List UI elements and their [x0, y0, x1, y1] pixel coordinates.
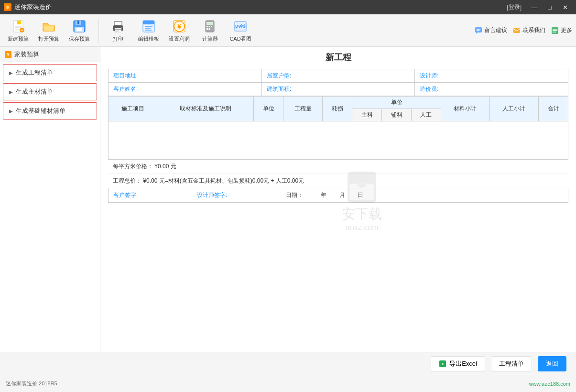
sidebar-item-project-list[interactable]: ▶ 生成工程清单: [3, 64, 97, 81]
svg-rect-21: [143, 21, 154, 24]
login-button[interactable]: [登录]: [507, 3, 522, 11]
sidebar-header: ¥ 家装预算: [0, 47, 100, 62]
designer-sig-cell: 设计师签字:: [197, 191, 267, 199]
svg-rect-17: [115, 29, 121, 30]
save-budget-label: 保存预算: [69, 35, 90, 43]
footer-action-bar: X 导出Excel 工程清单 返回: [0, 352, 576, 375]
sidebar-item-label: 生成工程清单: [16, 68, 53, 77]
contact-icon: [513, 27, 521, 34]
back-button[interactable]: 返回: [538, 356, 566, 371]
date-label: 日期：: [286, 192, 303, 198]
website: www.aec188.com: [529, 381, 570, 387]
col-quantity: 工程量: [283, 97, 323, 121]
cad-button[interactable]: DWG CAD看图: [226, 17, 255, 44]
template-label: 编辑模板: [138, 35, 159, 43]
cad-label: CAD看图: [229, 35, 251, 43]
svg-text:迷: 迷: [6, 6, 10, 9]
col-total: 合计: [539, 97, 568, 121]
col-material-subtotal: 材料小计: [441, 97, 489, 121]
svg-text:¥: ¥: [7, 52, 9, 57]
project-title: 新工程: [108, 52, 568, 63]
toolbar-right: 留言建议 联系我们 更多: [475, 26, 572, 34]
contact-button[interactable]: 联系我们: [513, 26, 545, 34]
address-label: 项目地址:: [113, 72, 138, 80]
customer-cell: 客户姓名:: [109, 83, 262, 96]
more-button[interactable]: 更多: [551, 26, 572, 34]
designer-label: 设计师:: [420, 72, 438, 80]
room-type-label: 居室户型:: [267, 72, 291, 80]
print-button[interactable]: 打印: [104, 17, 132, 44]
customer-label: 客户姓名:: [113, 85, 138, 93]
designer-cell: 设计师:: [415, 69, 568, 83]
svg-rect-31: [209, 26, 210, 27]
contact-label: 联系我们: [522, 26, 545, 34]
bottom-bar: 迷你家装造价 2018R5 www.aec188.com: [0, 375, 576, 392]
estimator-label: 造价员:: [420, 85, 438, 93]
open-budget-button[interactable]: 打开预算: [34, 17, 63, 44]
sidebar-item-label: 生成基础辅材清单: [16, 107, 65, 115]
app-icon: 迷: [4, 3, 11, 11]
per-sqm-row: 每平方米价格： ¥0.00 元: [108, 160, 568, 174]
open-budget-icon: [41, 19, 56, 34]
content-area: 安下载 anxz.com 新工程 项目地址: 居室户型: 设计师:: [100, 47, 576, 352]
sidebar-item-main-material-list[interactable]: ▶ 生成主材清单: [3, 83, 97, 100]
minimize-button[interactable]: —: [527, 2, 542, 12]
svg-marker-39: [476, 33, 478, 34]
total-row: 工程总价： ¥0.00 元=材料(含五金工具耗材、包装损耗)0.00元 + 人工…: [108, 174, 568, 188]
new-budget-icon: +: [11, 19, 26, 34]
sidebar-item-arrow: ▶: [9, 109, 13, 114]
date-day-char: 日: [358, 192, 363, 198]
calculator-button[interactable]: 计算器: [196, 17, 224, 44]
total-value: ¥0.00 元=材料(含五金工具耗材、包装损耗)0.00元 + 人工0.00元: [143, 177, 304, 184]
project-list-button[interactable]: 工程清单: [491, 356, 532, 371]
col-standard: 取材标准及施工说明: [157, 97, 254, 121]
room-type-cell: 居室户型:: [262, 69, 415, 83]
print-label: 打印: [113, 35, 123, 43]
template-button[interactable]: 编辑模板: [134, 17, 163, 44]
svg-rect-33: [206, 28, 208, 30]
sidebar-item-auxiliary-list[interactable]: ▶ 生成基础辅材清单: [3, 102, 97, 120]
signature-row: 客户签字: 设计师签字: 日期： 年 月 日: [108, 188, 568, 203]
designer-sig-label: 设计师签字:: [197, 192, 227, 198]
svg-rect-18: [115, 31, 119, 32]
date-cell: 日期： 年 月 日: [286, 191, 363, 199]
more-icon: [551, 27, 559, 34]
svg-rect-13: [76, 28, 82, 31]
sidebar-items: ▶ 生成工程清单 ▶ 生成主材清单 ▶ 生成基础辅材清单: [0, 62, 100, 121]
table-body: [109, 121, 568, 160]
close-button[interactable]: ✕: [558, 2, 572, 12]
col-unit-price-group: 单价: [352, 97, 441, 109]
col-aux-material: 辅料: [382, 109, 412, 121]
svg-rect-30: [206, 26, 208, 27]
back-label: 返回: [546, 359, 558, 368]
svg-rect-11: [77, 21, 79, 24]
title-bar-controls: [登录] — □ ✕: [507, 2, 572, 12]
estimator-cell: 造价员:: [415, 83, 568, 96]
export-excel-button[interactable]: X 导出Excel: [431, 356, 485, 371]
sidebar-item-arrow: ▶: [9, 70, 13, 76]
excel-icon: X: [439, 360, 446, 368]
save-budget-button[interactable]: 保存预算: [65, 17, 94, 44]
svg-rect-42: [513, 28, 520, 33]
svg-text:DWG: DWG: [235, 24, 246, 29]
app-version: 迷你家装造价 2018R5: [6, 380, 57, 387]
calculator-icon: [202, 19, 217, 34]
title-bar-left: 迷 迷你家装造价: [4, 3, 52, 11]
project-list-label: 工程清单: [499, 359, 524, 368]
feedback-icon: [475, 27, 482, 34]
svg-marker-3: [17, 21, 21, 24]
svg-rect-34: [209, 28, 210, 30]
maximize-button[interactable]: □: [543, 2, 557, 12]
margin-button[interactable]: ¥ 设置利润: [165, 17, 194, 44]
sidebar-header-label: 家装预算: [14, 50, 39, 59]
main-area: ¥ 家装预算 ▶ 生成工程清单 ▶ 生成主材清单 ▶ 生成基础辅材清单: [0, 47, 576, 352]
area-label: 建筑面积:: [267, 85, 291, 93]
address-cell: 项目地址:: [109, 69, 262, 83]
feedback-label: 留言建议: [484, 26, 507, 34]
sidebar-header-icon: ¥: [5, 51, 11, 58]
new-budget-button[interactable]: + 新建预算: [4, 17, 33, 44]
title-bar: 迷 迷你家装造价 [登录] — □ ✕: [0, 0, 576, 14]
margin-icon: ¥: [172, 19, 187, 34]
feedback-button[interactable]: 留言建议: [475, 26, 507, 34]
cad-icon: DWG: [233, 19, 248, 34]
